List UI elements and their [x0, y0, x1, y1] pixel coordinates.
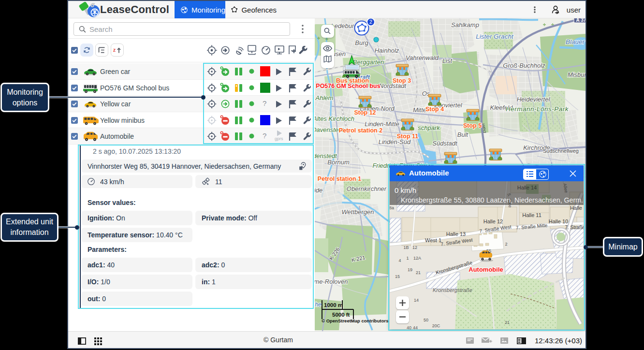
svg-text:eide: eide — [315, 187, 322, 194]
svg-text:schpark: schpark — [418, 124, 440, 131]
svg-text:Südstadt: Südstadt — [432, 140, 458, 147]
svg-text:5000 ft: 5000 ft — [332, 312, 350, 318]
svg-text:14: 14 — [414, 298, 419, 303]
svg-text:Ledeburg: Ledeburg — [331, 22, 358, 29]
svg-text:19: 19 — [408, 267, 412, 272]
svg-text:Hainholz: Hainholz — [375, 47, 399, 54]
svg-text:usen: usen — [332, 50, 346, 58]
svg-text:1: 1 — [406, 256, 409, 261]
svg-text:West 1: West 1 — [425, 237, 441, 243]
svg-text:Wettbergen: Wettbergen — [342, 208, 374, 216]
svg-text:Kronsbergstraße: Kronsbergstraße — [433, 287, 472, 293]
svg-text:Petrol station 1: Petrol station 1 — [318, 175, 361, 182]
svg-text:Ahlem: Ahlem — [315, 94, 334, 102]
svg-text:Stop 4: Stop 4 — [425, 106, 444, 113]
svg-text:15: 15 — [395, 274, 400, 279]
svg-text:Hermann-Löns-Park: Hermann-Löns-Park — [506, 105, 569, 113]
svg-text:© OpenStreetMap contributors: © OpenStreetMap contributors — [322, 318, 388, 323]
svg-text:Altes Kirchloch: Altes Kirchloch — [315, 115, 354, 122]
svg-text:Vahrenwald: Vahrenwald — [406, 54, 439, 61]
svg-text:Groß-Buchholz: Groß-Buchholz — [503, 62, 545, 69]
svg-text:Ihme-Roloven: Ihme-Roloven — [315, 278, 348, 285]
svg-text:7. Straße: 7. Straße — [565, 225, 584, 230]
svg-text:4: 4 — [398, 258, 401, 263]
svg-text:1B: 1B — [403, 245, 409, 250]
svg-text:Stop 11: Stop 11 — [397, 133, 419, 140]
svg-text:Petrol station 2: Petrol station 2 — [339, 127, 382, 134]
svg-text:Blauer S: Blauer S — [566, 38, 585, 45]
svg-text:Obernkirchner: Obernkirchner — [347, 185, 387, 192]
svg-text:Linden-Mitte: Linden-Mitte — [365, 120, 399, 128]
svg-text:21: 21 — [416, 270, 421, 275]
svg-text:21: 21 — [505, 320, 510, 325]
svg-text:Halle 13: Halle 13 — [446, 231, 466, 237]
svg-text:Misburg: Misburg — [568, 71, 585, 78]
svg-text:12A: 12A — [413, 256, 421, 261]
svg-text:Bult: Bult — [457, 131, 469, 138]
svg-text:Stop 3: Stop 3 — [393, 77, 411, 84]
svg-text:PO576 GM School bus: PO576 GM School bus — [316, 83, 380, 89]
svg-text:Bornum: Bornum — [327, 159, 350, 166]
svg-text:List: List — [442, 57, 453, 64]
svg-text:50: 50 — [424, 318, 428, 322]
svg-text:Sahlkamp: Sahlkamp — [451, 21, 479, 29]
svg-text:z: z — [113, 47, 116, 53]
svg-text:2: 2 — [505, 242, 507, 247]
svg-text:Heideviertel: Heideviertel — [517, 96, 551, 103]
svg-text:40: 40 — [407, 325, 411, 329]
svg-text:Südschnellweg: Südschnellweg — [543, 148, 579, 154]
svg-text:Halle 11: Halle 11 — [522, 212, 542, 218]
svg-text:20C: 20C — [432, 323, 440, 328]
svg-text:Halle 12: Halle 12 — [483, 219, 503, 224]
svg-text:Automobile: Automobile — [468, 266, 503, 273]
svg-text:8a: 8a — [390, 205, 394, 210]
svg-text:A 37: A 37 — [576, 18, 585, 23]
svg-text:Stop 5: Stop 5 — [463, 122, 482, 129]
svg-text:Mitte: Mitte — [413, 106, 426, 114]
svg-text:44: 44 — [413, 325, 418, 329]
svg-text:Halle 10: Halle 10 — [549, 219, 568, 224]
svg-text:Halle 9: Halle 9 — [570, 205, 584, 211]
svg-text:che: che — [315, 301, 322, 308]
svg-text:2: 2 — [369, 19, 372, 25]
svg-text:12: 12 — [412, 245, 417, 250]
svg-text:Lister Gracht: Lister Gracht — [476, 33, 514, 40]
svg-text:Burg: Burg — [355, 39, 368, 46]
svg-text:Stop 12: Stop 12 — [354, 109, 376, 116]
svg-text:1000 m: 1000 m — [324, 302, 343, 308]
